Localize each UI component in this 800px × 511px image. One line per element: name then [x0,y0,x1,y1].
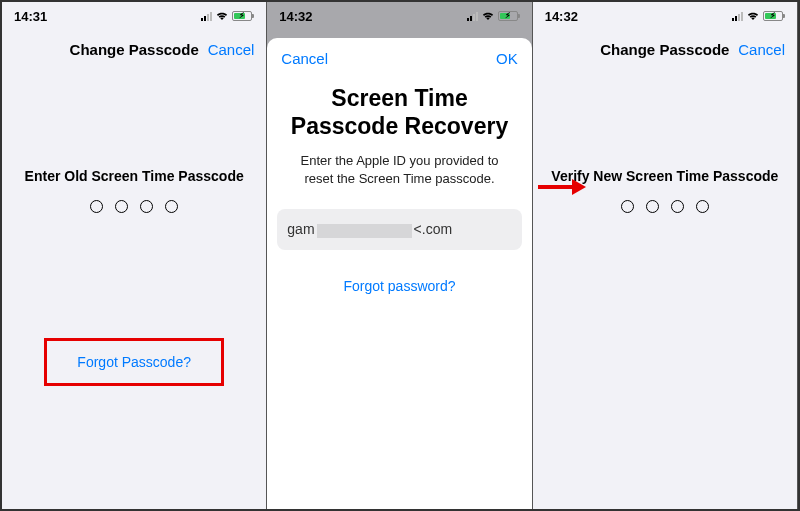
status-indicators: ⚡︎ [732,9,785,24]
annotation-highlight: Forgot Passcode? [44,338,224,386]
modal-title: Screen Time Passcode Recovery [267,85,531,140]
passcode-dots[interactable] [90,200,178,213]
battery-charging-icon: ⚡︎ [498,11,520,21]
status-time: 14:31 [14,9,47,24]
nav-title: Change Passcode [70,41,199,58]
passcode-dot [696,200,709,213]
cellular-signal-icon [201,11,212,21]
ok-button[interactable]: OK [496,50,518,67]
cancel-button[interactable]: Cancel [208,41,255,58]
cellular-signal-icon [732,11,743,21]
status-bar: 14:32 ⚡︎ [533,2,797,30]
wifi-icon [215,9,229,24]
status-time: 14:32 [545,9,578,24]
forgot-passcode-link[interactable]: Forgot Passcode? [77,354,191,370]
cancel-button[interactable]: Cancel [281,50,328,67]
wifi-icon [481,9,495,24]
screen-passcode-recovery: 14:32 ⚡︎ Cancel OK Screen Time Passcode … [267,2,532,509]
cellular-signal-icon [467,11,478,21]
passcode-prompt: Verify New Screen Time Passcode [551,168,778,184]
passcode-prompt: Enter Old Screen Time Passcode [25,168,244,184]
passcode-dot [165,200,178,213]
status-time: 14:32 [279,9,312,24]
nav-bar: Change Passcode Cancel [533,30,797,68]
status-indicators: ⚡︎ [201,9,254,24]
passcode-dot [646,200,659,213]
modal-nav: Cancel OK [267,38,531,79]
cancel-button[interactable]: Cancel [738,41,785,58]
apple-id-value: gam<.com [287,221,452,237]
passcode-dots[interactable] [621,200,709,213]
passcode-dot [621,200,634,213]
redacted-text [317,224,412,238]
passcode-dot [115,200,128,213]
screen-verify-new-passcode: 14:32 ⚡︎ Change Passcode Cancel Verify N… [533,2,798,509]
nav-bar: Change Passcode Cancel [2,30,266,68]
passcode-dot [140,200,153,213]
battery-charging-icon: ⚡︎ [763,11,785,21]
apple-id-field[interactable]: gam<.com [277,209,521,249]
forgot-password-link[interactable]: Forgot password? [267,278,531,294]
battery-charging-icon: ⚡︎ [232,11,254,21]
modal-subtitle: Enter the Apple ID you provided to reset… [289,152,509,187]
passcode-dot [671,200,684,213]
wifi-icon [746,9,760,24]
screen-enter-old-passcode: 14:31 ⚡︎ Change Passcode Cancel Enter Ol… [2,2,267,509]
status-indicators: ⚡︎ [467,9,520,24]
passcode-dot [90,200,103,213]
status-bar: 14:32 ⚡︎ [267,2,531,30]
nav-title: Change Passcode [600,41,729,58]
status-bar: 14:31 ⚡︎ [2,2,266,30]
recovery-modal: Cancel OK Screen Time Passcode Recovery … [267,38,531,509]
